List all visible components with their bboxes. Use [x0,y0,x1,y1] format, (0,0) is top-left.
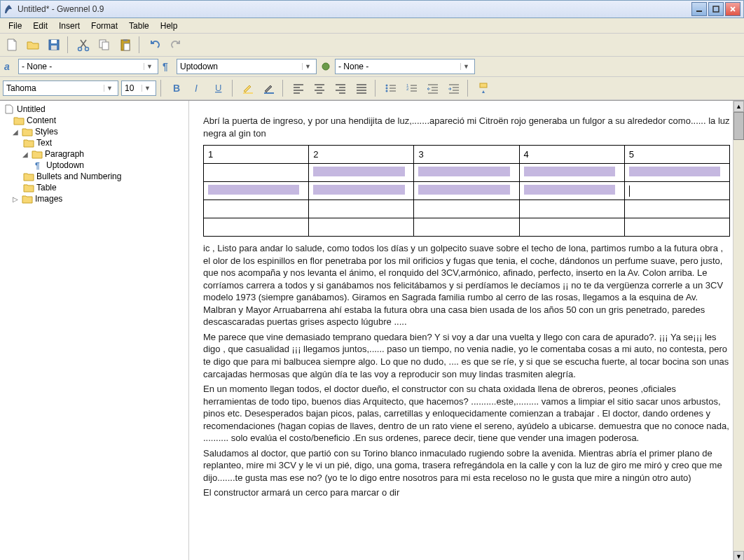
document-table[interactable]: 1 2 3 4 5 [203,145,730,237]
numbered-list-button[interactable]: 12 [403,79,421,97]
scroll-track[interactable] [733,140,744,551]
document-editor[interactable]: Abrí la puerta de ingreso, y por una hen… [189,101,744,560]
highlight-button[interactable] [239,79,257,97]
table-cell[interactable] [414,200,519,218]
cut-button[interactable] [74,36,92,54]
tree-content[interactable]: Content [1,115,187,126]
table-row[interactable]: 1 2 3 4 5 [204,146,730,164]
table-cell[interactable]: 5 [624,146,729,164]
paragraph[interactable]: El constructor armará un cerco para marc… [203,486,730,499]
table-row[interactable] [204,182,730,200]
table-cell[interactable] [414,218,519,237]
table-cell[interactable]: 4 [519,146,624,164]
table-cell[interactable] [204,218,309,237]
format-paint-button[interactable] [474,79,492,97]
table-row[interactable] [204,218,730,237]
tree-images[interactable]: ▷ Images [1,193,187,204]
maximize-button[interactable] [708,2,724,16]
sidebar[interactable]: Untitled Content ◢ Styles Text ◢ Paragra… [0,101,189,560]
menu-edit[interactable]: Edit [27,20,53,32]
tree-uptodown[interactable]: ¶ Uptodown [1,160,187,171]
underline-button[interactable]: U [209,79,228,97]
table-cell[interactable] [309,182,414,200]
save-button[interactable] [45,36,63,54]
tree-styles[interactable]: ◢ Styles [1,126,187,137]
table-cell[interactable]: 1 [204,146,309,164]
table-cell[interactable]: 3 [414,146,519,164]
svg-text:I: I [195,83,198,94]
expand-icon[interactable]: ▷ [11,195,20,203]
table-cell[interactable] [624,200,729,218]
paragraph[interactable]: Saludamos al doctor, que partió con su T… [203,447,730,484]
collapse-icon[interactable]: ◢ [11,128,20,136]
chevron-down-icon: ▼ [104,85,115,92]
table-cell[interactable] [204,164,309,182]
paragraph-style-dropdown[interactable]: Uptodown ▼ [177,59,317,74]
table-cell[interactable] [309,164,414,182]
table-cell[interactable] [204,182,309,200]
tree-root[interactable]: Untitled [1,104,187,115]
menu-file[interactable]: File [3,20,27,32]
text-cursor [629,186,630,197]
paragraph[interactable]: En un momento llegan todos, el doctor du… [203,383,730,444]
table-cell[interactable] [204,200,309,218]
table-cell[interactable] [624,164,729,182]
tree-paragraph[interactable]: ◢ Paragraph [1,148,187,160]
paste-button[interactable] [116,36,135,54]
scroll-thumb[interactable] [733,112,744,140]
align-center-button[interactable] [310,79,329,97]
table-cell[interactable] [309,200,414,218]
menu-format[interactable]: Format [85,20,123,32]
paragraph[interactable]: Abrí la puerta de ingreso, y por una hen… [203,115,730,139]
list-style-value: - None - [338,62,368,71]
decrease-indent-button[interactable] [424,79,442,97]
table-cell[interactable]: 2 [309,146,414,164]
bold-button[interactable]: B [167,79,186,97]
menu-table[interactable]: Table [123,20,155,32]
italic-button[interactable]: I [188,79,207,97]
menu-insert[interactable]: Insert [53,20,85,32]
separator [282,80,285,97]
table-row[interactable] [204,200,730,218]
char-style-dropdown[interactable]: - None - ▼ [18,59,158,74]
tree-text[interactable]: Text [1,137,187,148]
open-button[interactable] [24,36,42,54]
increase-indent-button[interactable] [445,79,463,97]
paragraph[interactable]: Me parece que vine demasiado temprano qu… [203,331,730,380]
scroll-down-button[interactable]: ▼ [733,551,744,560]
font-color-button[interactable] [260,79,278,97]
table-cell[interactable] [519,182,624,200]
table-cell[interactable] [414,182,519,200]
table-cell[interactable] [624,218,729,237]
table-cell[interactable] [624,182,729,200]
table-cell[interactable] [519,164,624,182]
menubar: File Edit Insert Format Table Help [0,18,744,34]
close-button[interactable] [725,2,740,16]
collapse-icon[interactable]: ◢ [21,150,29,158]
folder-icon [23,172,34,181]
tree-bullets[interactable]: Bullets and Numbering [1,171,187,182]
menu-help[interactable]: Help [155,20,184,32]
minimize-button[interactable] [691,2,707,16]
align-left-button[interactable] [289,79,308,97]
new-button[interactable] [3,36,21,54]
redo-button[interactable] [167,36,185,54]
copy-button[interactable] [95,36,113,54]
table-row[interactable] [204,164,730,182]
undo-button[interactable] [146,36,164,54]
font-size-dropdown[interactable]: 10 ▼ [121,80,156,96]
vertical-scrollbar[interactable]: ▲ ▼ [733,101,744,560]
font-name-dropdown[interactable]: Tahoma ▼ [3,80,118,96]
tree-table[interactable]: Table [1,182,187,193]
paragraph[interactable]: ic , Listo para andar lo salude, como to… [203,242,730,328]
bullet-list-button[interactable] [382,79,400,97]
table-cell[interactable] [414,164,519,182]
align-right-button[interactable] [331,79,350,97]
list-style-dropdown[interactable]: - None - ▼ [335,59,475,74]
svg-rect-18 [243,92,253,94]
table-cell[interactable] [309,218,414,237]
table-cell[interactable] [519,200,624,218]
table-cell[interactable] [519,218,624,237]
scroll-up-button[interactable]: ▲ [733,101,744,112]
align-justify-button[interactable] [352,79,371,97]
